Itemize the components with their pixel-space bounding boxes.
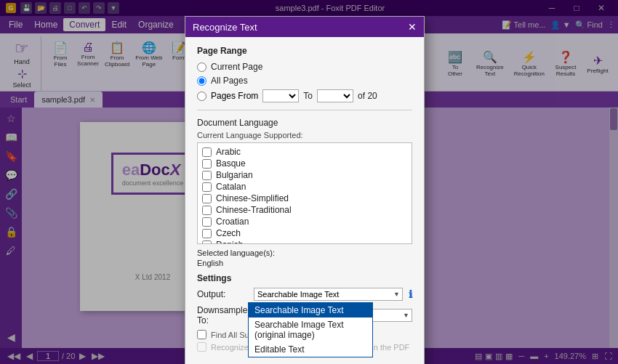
lang-chinese-traditional-checkbox[interactable]: [202, 206, 212, 215]
pages-from-label: Pages From: [211, 91, 258, 101]
output-select[interactable]: Searchable Image Text Searchable Image T…: [254, 288, 403, 301]
lang-catalan-checkbox[interactable]: [202, 182, 212, 192]
all-pages-row: All Pages: [197, 76, 412, 86]
lang-chinese-simplified: Chinese-Simplified: [202, 193, 407, 204]
lang-czech-checkbox[interactable]: [202, 229, 212, 238]
lang-danish-checkbox[interactable]: [202, 240, 212, 244]
language-list-container: Arabic Basque Bulgarian Catalan: [197, 142, 412, 244]
output-label: Output:: [197, 289, 248, 299]
dialog-body: Page Range Current Page All Pages Pages …: [185, 37, 424, 364]
dialog-close-button[interactable]: ✕: [408, 21, 417, 33]
lang-croatian: Croatian: [202, 216, 407, 227]
pages-from-select[interactable]: [262, 89, 299, 102]
lang-danish-label: Danish: [216, 240, 243, 243]
language-list[interactable]: Arabic Basque Bulgarian Catalan: [198, 143, 412, 243]
info-icon[interactable]: ℹ: [409, 288, 412, 300]
to-label: To: [303, 91, 313, 101]
settings-label: Settings: [197, 273, 412, 283]
lang-chinese-traditional-label: Chinese-Traditional: [216, 205, 292, 215]
divider-1: [197, 110, 412, 110]
dialog-title-bar: Recognize Text ✕: [185, 17, 424, 37]
lang-croatian-label: Croatian: [216, 217, 249, 227]
all-pages-label: All Pages: [211, 76, 248, 86]
lang-croatian-checkbox[interactable]: [202, 217, 212, 227]
dropdown-item-searchable-original[interactable]: Searchable Image Text (original image): [249, 318, 372, 342]
recognize-text-dialog: Recognize Text ✕ Page Range Current Page…: [185, 16, 425, 364]
lang-czech-label: Czech: [216, 228, 241, 238]
current-page-radio[interactable]: [197, 62, 206, 72]
lang-catalan: Catalan: [202, 181, 407, 193]
all-pages-radio[interactable]: [197, 76, 206, 86]
current-page-label: Current Page: [211, 62, 262, 72]
document-language-label: Document Language: [197, 118, 412, 128]
lang-arabic: Arabic: [202, 146, 407, 158]
lang-bulgarian: Bulgarian: [202, 169, 407, 181]
lang-basque-checkbox[interactable]: [202, 159, 212, 169]
lang-bulgarian-label: Bulgarian: [216, 170, 253, 180]
output-select-wrapper: Searchable Image Text Searchable Image T…: [254, 288, 403, 301]
lang-chinese-simplified-label: Chinese-Simplified: [216, 193, 289, 203]
output-dropdown-popup: Searchable Image Text Searchable Image T…: [248, 302, 373, 357]
dialog-title: Recognize Text: [193, 22, 257, 33]
lang-basque: Basque: [202, 158, 407, 169]
selected-lang-label: Selected language(s):: [197, 248, 412, 257]
recognize-line-checkbox[interactable]: [197, 342, 206, 352]
dialog-overlay: Recognize Text ✕ Page Range Current Page…: [0, 0, 618, 364]
output-row: Output: Searchable Image Text Searchable…: [197, 288, 412, 301]
lang-arabic-checkbox[interactable]: [202, 147, 212, 157]
dropdown-item-editable[interactable]: Editable Text: [249, 342, 372, 357]
lang-chinese-simplified-checkbox[interactable]: [202, 194, 212, 203]
pages-from-radio[interactable]: [197, 92, 206, 101]
page-range-label: Page Range: [197, 46, 412, 56]
pages-to-select[interactable]: [317, 89, 353, 102]
lang-arabic-label: Arabic: [216, 147, 241, 157]
lang-basque-label: Basque: [216, 158, 246, 169]
of-label: of 20: [358, 91, 377, 101]
lang-bulgarian-checkbox[interactable]: [202, 171, 212, 180]
find-suspect-checkbox[interactable]: [197, 330, 206, 339]
pages-from-row: Pages From To of 20: [197, 89, 412, 102]
page-range-options: Current Page All Pages Pages From To: [197, 62, 412, 102]
lang-danish: Danish: [202, 239, 407, 243]
current-page-row: Current Page: [197, 62, 412, 72]
downsample-label: Downsample To:: [197, 305, 248, 325]
lang-czech: Czech: [202, 227, 407, 239]
selected-lang-value: English: [197, 259, 412, 267]
dropdown-item-searchable[interactable]: Searchable Image Text: [249, 303, 372, 318]
lang-chinese-traditional: Chinese-Traditional: [202, 204, 407, 216]
current-lang-supported-label: Current Language Supported:: [197, 131, 412, 139]
lang-catalan-label: Catalan: [216, 182, 246, 192]
